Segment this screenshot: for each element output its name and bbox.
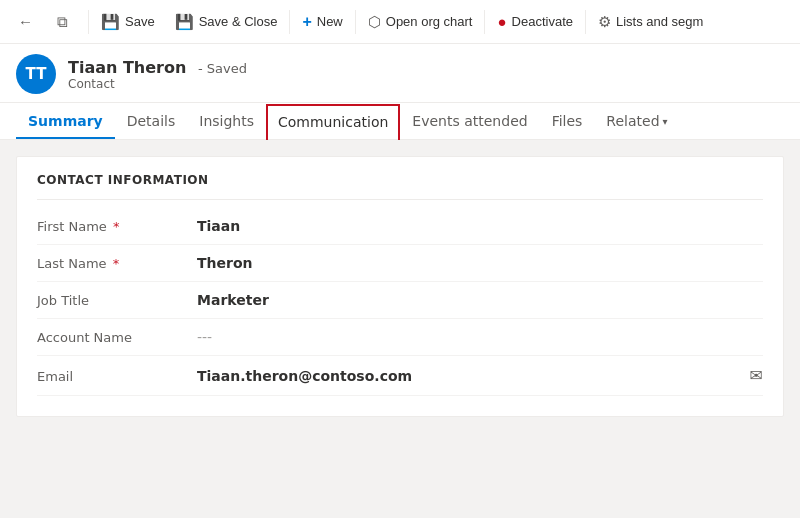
contact-type: Contact (68, 77, 247, 91)
org-chart-icon: ⬡ (368, 13, 381, 31)
email-label: Email (37, 369, 197, 384)
new-button[interactable]: + New (292, 7, 352, 37)
divider-5 (585, 10, 586, 34)
contact-header: TT Tiaan Theron - Saved Contact (0, 44, 800, 103)
contact-info-card: CONTACT INFORMATION First Name * Tiaan L… (16, 156, 784, 417)
first-name-value[interactable]: Tiaan (197, 218, 763, 234)
save-button[interactable]: 💾 Save (91, 7, 165, 37)
field-row-account-name: Account Name --- (37, 319, 763, 356)
first-name-required: * (113, 219, 120, 234)
toolbar: ← ⧉ 💾 Save 💾 Save & Close + New ⬡ Open o… (0, 0, 800, 44)
first-name-label: First Name * (37, 219, 197, 234)
save-icon: 💾 (101, 13, 120, 31)
popout-icon: ⧉ (57, 13, 68, 31)
back-button[interactable]: ← (8, 7, 43, 36)
tab-navigation: Summary Details Insights Communication E… (0, 103, 800, 140)
related-chevron-icon: ▾ (663, 116, 668, 127)
field-row-first-name: First Name * Tiaan (37, 208, 763, 245)
save-close-button[interactable]: 💾 Save & Close (165, 7, 288, 37)
tab-details[interactable]: Details (115, 103, 188, 139)
save-label: Save (125, 14, 155, 29)
divider-3 (355, 10, 356, 34)
contact-full-name: Tiaan Theron (68, 58, 186, 77)
popout-button[interactable]: ⧉ (47, 7, 78, 37)
contact-name: Tiaan Theron - Saved (68, 58, 247, 77)
divider-4 (484, 10, 485, 34)
job-title-label: Job Title (37, 293, 197, 308)
back-icon: ← (18, 13, 33, 30)
account-name-label: Account Name (37, 330, 197, 345)
tab-events[interactable]: Events attended (400, 103, 539, 139)
contact-info-header: Tiaan Theron - Saved Contact (68, 58, 247, 91)
deactivate-button[interactable]: ● Deactivate (487, 7, 582, 36)
nav-buttons: ← ⧉ (8, 7, 78, 37)
field-row-last-name: Last Name * Theron (37, 245, 763, 282)
account-name-value[interactable]: --- (197, 329, 763, 345)
tab-files[interactable]: Files (540, 103, 595, 139)
last-name-value[interactable]: Theron (197, 255, 763, 271)
tab-communication[interactable]: Communication (266, 104, 400, 140)
divider-2 (289, 10, 290, 34)
job-title-value[interactable]: Marketer (197, 292, 763, 308)
email-value[interactable]: Tiaan.theron@contoso.com (197, 368, 742, 384)
tab-insights[interactable]: Insights (187, 103, 266, 139)
deactivate-icon: ● (497, 13, 506, 30)
main-content: CONTACT INFORMATION First Name * Tiaan L… (0, 140, 800, 518)
lists-button[interactable]: ⚙ Lists and segm (588, 7, 713, 37)
divider-1 (88, 10, 89, 34)
new-icon: + (302, 13, 311, 31)
org-chart-label: Open org chart (386, 14, 473, 29)
section-title: CONTACT INFORMATION (37, 173, 763, 200)
save-close-label: Save & Close (199, 14, 278, 29)
new-label: New (317, 14, 343, 29)
last-name-label: Last Name * (37, 256, 197, 271)
saved-badge: - Saved (198, 61, 247, 76)
save-close-icon: 💾 (175, 13, 194, 31)
deactivate-label: Deactivate (512, 14, 573, 29)
lists-icon: ⚙ (598, 13, 611, 31)
field-row-email: Email Tiaan.theron@contoso.com ✉ (37, 356, 763, 396)
avatar-initials: TT (26, 65, 47, 83)
email-action-icon[interactable]: ✉ (750, 366, 763, 385)
last-name-required: * (113, 256, 120, 271)
field-row-job-title: Job Title Marketer (37, 282, 763, 319)
avatar: TT (16, 54, 56, 94)
org-chart-button[interactable]: ⬡ Open org chart (358, 7, 483, 37)
tab-related[interactable]: Related ▾ (594, 103, 679, 139)
tab-summary[interactable]: Summary (16, 103, 115, 139)
lists-label: Lists and segm (616, 14, 703, 29)
